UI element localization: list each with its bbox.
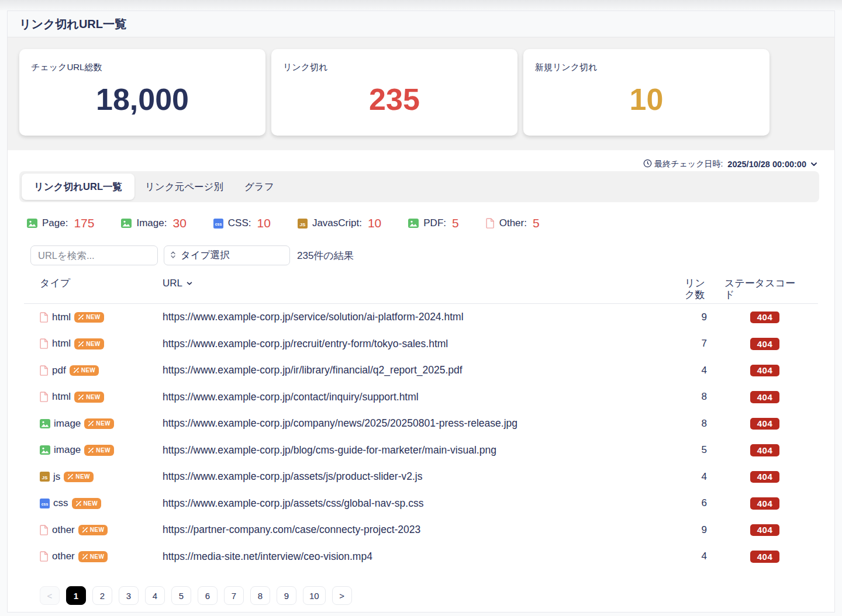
stat-card-value: 10 bbox=[535, 82, 758, 117]
link-count-cell: 4 bbox=[678, 551, 712, 562]
type-select-value: タイプ選択 bbox=[181, 249, 230, 262]
table-row: other NEW https://media-site.net/intervi… bbox=[24, 544, 818, 570]
url-cell: https://www.example-corp.jp/blog/cms-gui… bbox=[163, 444, 678, 456]
type-count-item: Image: 30 bbox=[121, 216, 186, 230]
type-cell: pdf NEW bbox=[24, 365, 163, 376]
select-updown-icon bbox=[170, 250, 176, 261]
pagination-page[interactable]: 9 bbox=[277, 586, 296, 605]
url-cell: https://www.example-corp.jp/recruit/entr… bbox=[163, 338, 678, 350]
url-cell: https://www.example-corp.jp/assets/css/g… bbox=[163, 497, 678, 510]
type-cell: JS js NEW bbox=[24, 471, 163, 483]
image-icon bbox=[40, 419, 50, 428]
url-cell: https://www.example-corp.jp/assets/js/pr… bbox=[163, 470, 678, 483]
last-check-label: 最終チェック日時: bbox=[654, 159, 723, 169]
status-cell: 404 bbox=[712, 391, 818, 403]
link-count-cell: 4 bbox=[678, 471, 712, 483]
file-icon bbox=[40, 551, 49, 562]
tab-label: リンク切れURL一覧 bbox=[34, 181, 122, 193]
new-badge: NEW bbox=[84, 445, 114, 456]
tab[interactable]: リンク元ページ別 bbox=[134, 174, 234, 200]
css-file-icon: css bbox=[213, 219, 223, 229]
stat-card: 新規リンク切れ 10 bbox=[523, 49, 769, 136]
status-badge: 404 bbox=[750, 524, 779, 537]
url-cell: https://www.example-corp.jp/company/news… bbox=[163, 417, 678, 430]
pagination-page[interactable]: 1 bbox=[66, 586, 86, 605]
result-count: 235件の結果 bbox=[297, 249, 354, 262]
url-search-input[interactable] bbox=[30, 245, 158, 265]
link-count-cell: 8 bbox=[678, 418, 712, 430]
sparkle-wand-icon bbox=[75, 500, 82, 507]
sort-chevron-icon bbox=[186, 280, 193, 287]
type-cell: html NEW bbox=[24, 312, 163, 323]
last-check-row: 最終チェック日時: 2025/10/28 00:00:00 bbox=[8, 150, 834, 171]
clock-icon bbox=[643, 159, 652, 169]
chevron-down-icon[interactable] bbox=[810, 160, 818, 168]
image-icon bbox=[408, 219, 419, 228]
sparkle-wand-icon bbox=[82, 527, 88, 533]
type-label: js bbox=[53, 471, 60, 483]
pagination-page[interactable]: 10 bbox=[303, 586, 326, 605]
status-badge: 404 bbox=[750, 497, 779, 510]
type-count-label: Image: bbox=[136, 217, 167, 229]
stat-card-label: 新規リンク切れ bbox=[535, 62, 758, 73]
pagination-page[interactable]: 4 bbox=[145, 586, 165, 605]
link-count-cell: 7 bbox=[678, 338, 712, 349]
broken-links-panel: リンク切れURL一覧 チェックURL総数 18,000 リンク切れ 235 新規… bbox=[7, 11, 835, 612]
file-icon bbox=[486, 218, 495, 229]
type-cell: css css NEW bbox=[24, 497, 163, 509]
table-row: css css NEW https://www.example-corp.jp/… bbox=[24, 490, 818, 517]
pagination-page[interactable]: 3 bbox=[119, 586, 139, 605]
new-badge: NEW bbox=[84, 418, 114, 430]
link-count-cell: 8 bbox=[678, 391, 712, 403]
file-icon bbox=[40, 312, 49, 323]
type-label: html bbox=[52, 338, 71, 349]
pagination-page[interactable]: 5 bbox=[171, 586, 191, 605]
col-header-status[interactable]: ステータスコード bbox=[712, 278, 818, 301]
type-count-value: 5 bbox=[452, 216, 459, 230]
col-header-links[interactable]: リンク数 bbox=[678, 278, 712, 301]
type-label: css bbox=[53, 497, 68, 509]
css-file-icon: css bbox=[40, 499, 50, 508]
type-count-item: JS JavasCript: 10 bbox=[298, 216, 381, 230]
status-badge: 404 bbox=[750, 444, 779, 456]
status-cell: 404 bbox=[712, 312, 818, 324]
type-count-item: css CSS: 10 bbox=[213, 216, 271, 230]
table-row: JS js NEW https://www.example-corp.jp/as… bbox=[24, 463, 818, 490]
svg-text:css: css bbox=[215, 222, 222, 226]
new-badge: NEW bbox=[64, 472, 94, 483]
new-badge: NEW bbox=[74, 312, 104, 323]
type-label: html bbox=[52, 391, 71, 403]
pagination-page[interactable]: 8 bbox=[250, 586, 270, 605]
last-check-value: 2025/10/28 00:00:00 bbox=[727, 160, 806, 169]
new-badge: NEW bbox=[74, 338, 104, 349]
status-cell: 404 bbox=[712, 471, 818, 483]
table-row: html NEW https://www.example-corp.jp/con… bbox=[24, 384, 818, 411]
status-cell: 404 bbox=[712, 524, 818, 537]
status-cell: 404 bbox=[712, 418, 818, 430]
col-header-url[interactable]: URL bbox=[163, 278, 678, 301]
type-count-item: Page: 175 bbox=[27, 216, 94, 230]
table-row: image NEW https://www.example-corp.jp/co… bbox=[24, 410, 818, 437]
type-cell: image NEW bbox=[24, 418, 163, 430]
pagination-page[interactable]: 2 bbox=[92, 586, 112, 605]
tab[interactable]: グラフ bbox=[234, 174, 285, 200]
stat-card-value: 235 bbox=[283, 82, 506, 117]
table-body: html NEW https://www.example-corp.jp/ser… bbox=[24, 304, 818, 570]
type-select[interactable]: タイプ選択 bbox=[164, 245, 290, 265]
pagination-page[interactable]: 7 bbox=[224, 586, 244, 605]
type-cell: html NEW bbox=[24, 338, 163, 349]
pagination-page[interactable]: 6 bbox=[198, 586, 218, 605]
search-row: タイプ選択 235件の結果 bbox=[30, 245, 834, 265]
col-header-type[interactable]: タイプ bbox=[24, 278, 163, 301]
tab-label: グラフ bbox=[244, 181, 274, 193]
type-cell: other NEW bbox=[24, 524, 163, 536]
sparkle-wand-icon bbox=[88, 447, 94, 454]
type-label: other bbox=[52, 551, 75, 562]
tab[interactable]: リンク切れURL一覧 bbox=[22, 174, 134, 200]
svg-text:css: css bbox=[42, 501, 49, 506]
pagination-prev[interactable]: < bbox=[40, 586, 60, 605]
pagination-next[interactable]: > bbox=[332, 586, 352, 605]
table-row: html NEW https://www.example-corp.jp/ser… bbox=[24, 304, 818, 331]
type-label: image bbox=[54, 418, 81, 430]
type-count-label: JavasCript: bbox=[312, 217, 362, 229]
